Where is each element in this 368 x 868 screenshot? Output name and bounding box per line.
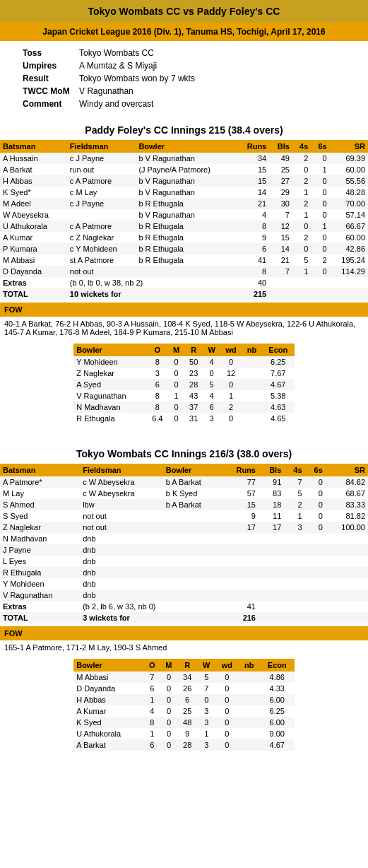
- toss-value: Tokyo Wombats CC: [75, 47, 350, 59]
- extras-row: Extras(b 2, lb 6, w 33, nb 0)41: [0, 601, 368, 612]
- title-bar: Tokyo Wombats CC vs Paddy Foley's CC: [0, 0, 368, 23]
- table-row: J Paynednb: [0, 544, 368, 556]
- col2-bowler: Bowler: [163, 464, 222, 476]
- comment-value: Windy and overcast: [75, 98, 350, 110]
- col-sr: SR: [330, 140, 368, 153]
- mom-label: TWCC MoM: [18, 85, 75, 98]
- col2-batsman: Batsman: [0, 464, 80, 476]
- table-row: K Syed*c M Layb V Ragunathan14291048.28: [0, 187, 368, 198]
- bowl-col-econ: Econ: [262, 344, 295, 356]
- bowling2-header: Bowler O M R W wd nb Econ: [73, 659, 295, 671]
- table-row: M Adeelc J Payneb R Ethugala21302070.00: [0, 198, 368, 209]
- table-row: R Ethugala6.4031304.65: [73, 413, 295, 424]
- comment-label: Comment: [18, 98, 75, 110]
- bowl2-col-o: O: [144, 659, 160, 671]
- bowl-col-nb: nb: [242, 344, 261, 356]
- table-row: S Ahmedlbwb A Barkat15182083.33: [0, 499, 368, 510]
- bowling1-header: Bowler O M R W wd nb Econ: [73, 344, 295, 356]
- total-row: TOTAL3 wickets for216: [0, 612, 368, 623]
- toss-label: Toss: [18, 47, 75, 59]
- col2-4s: 4s: [284, 464, 304, 476]
- table-row: D Dayandanot out8710114.29: [0, 266, 368, 277]
- match-title: Tokyo Wombats CC vs Paddy Foley's CC: [88, 6, 280, 17]
- col2-sr: SR: [326, 464, 368, 476]
- bowl2-col-nb: nb: [239, 659, 260, 671]
- innings2-header: Batsman Fieldsman Bowler Runs Bls 4s 6s …: [0, 464, 368, 476]
- bowl2-col-m: M: [160, 659, 177, 671]
- table-row: A Patmore*c W Abeysekrab A Barkat7791708…: [0, 476, 368, 488]
- innings1-fow-header: FOW: [0, 303, 368, 317]
- table-row: M Abbasi7034504.86: [73, 671, 295, 683]
- col-batsman: Batsman: [0, 140, 67, 153]
- table-row: A Hussainc J Payneb V Ragunathan34492069…: [0, 153, 368, 164]
- bowl-col-r: R: [184, 344, 203, 356]
- table-row: L Eyesdnb: [0, 556, 368, 567]
- col-fieldsman: Fieldsman: [67, 140, 136, 153]
- innings1-title: Paddy Foley's CC Innings 215 (38.4 overs…: [0, 116, 368, 140]
- match-info: Toss Tokyo Wombats CC Umpires A Mumtaz &…: [18, 47, 350, 110]
- table-row: N Madhavandnb: [0, 533, 368, 544]
- table-row: R Ethugaladnb: [0, 567, 368, 578]
- match-subtitle: Japan Cricket League 2016 (Div. 1), Tanu…: [42, 27, 325, 37]
- col2-fieldsman: Fieldsman: [80, 464, 163, 476]
- col-6s: 6s: [311, 140, 329, 153]
- innings1-bowling: Bowler O M R W wd nb Econ Y Mohideen8050…: [73, 344, 295, 424]
- table-row: A Barkatrun out(J Payne/A Patmore)152501…: [0, 164, 368, 175]
- innings1-scorecard: Batsman Fieldsman Bowler Runs Bls 4s 6s …: [0, 140, 368, 300]
- table-row: U Athukoralac A Patmoreb R Ethugala81201…: [0, 221, 368, 232]
- table-row: W Abeysekrab V Ragunathan471057.14: [0, 209, 368, 221]
- table-row: U Athukorala109109.00: [73, 728, 295, 739]
- bowl2-col-r: R: [177, 659, 197, 671]
- table-row: H Abbas106006.00: [73, 694, 295, 705]
- innings1-fow-text: 40-1 A Barkat, 76-2 H Abbas, 90-3 A Huss…: [0, 317, 368, 339]
- innings2-scorecard: Batsman Fieldsman Bowler Runs Bls 4s 6s …: [0, 464, 368, 623]
- table-row: Y Mohideen8050406.25: [73, 356, 295, 368]
- col2-runs: Runs: [222, 464, 259, 476]
- innings2-bowling: Bowler O M R W wd nb Econ M Abbasi703450…: [73, 659, 295, 751]
- bowl2-col-wd: wd: [215, 659, 239, 671]
- info-mom: TWCC MoM V Ragunathan: [18, 85, 350, 98]
- table-row: M Layc W Abeysekrab K Syed57835068.67: [0, 488, 368, 499]
- table-row: A Syed6028504.67: [73, 379, 295, 390]
- info-umpires: Umpires A Mumtaz & S Miyaji: [18, 59, 350, 72]
- table-row: A Kumar4025306.25: [73, 705, 295, 717]
- col-bowler: Bowler: [136, 140, 237, 153]
- innings2-title: Tokyo Wombats CC Innings 216/3 (38.0 ove…: [0, 440, 368, 464]
- table-row: P Kumarac Y Mohideenb R Ethugala6140042.…: [0, 243, 368, 254]
- table-row: A Barkat6028304.67: [73, 739, 295, 751]
- table-row: Z Naglekar30230127.67: [73, 368, 295, 379]
- total-row: TOTAL10 wickets for215: [0, 288, 368, 300]
- info-comment: Comment Windy and overcast: [18, 98, 350, 110]
- table-row: H Abbasc A Patmoreb V Ragunathan15272055…: [0, 175, 368, 187]
- umpires-label: Umpires: [18, 59, 75, 72]
- bowl-col-m: M: [168, 344, 184, 356]
- bowl2-col-name: Bowler: [73, 659, 144, 671]
- info-toss: Toss Tokyo Wombats CC: [18, 47, 350, 59]
- mom-value: V Ragunathan: [75, 85, 350, 98]
- table-row: V Ragunathandnb: [0, 590, 368, 601]
- subtitle-bar: Japan Cricket League 2016 (Div. 1), Tanu…: [0, 23, 368, 41]
- col2-bls: Bls: [259, 464, 284, 476]
- umpires-value: A Mumtaz & S Miyaji: [75, 59, 350, 72]
- bowl-col-name: Bowler: [73, 344, 146, 356]
- col-bls: Bls: [269, 140, 292, 153]
- bowl2-col-econ: Econ: [260, 659, 295, 671]
- extras-row: Extras(b 0, lb 0, w 38, nb 2)40: [0, 277, 368, 288]
- bowl2-col-w: W: [197, 659, 215, 671]
- info-result: Result Tokyo Wombats won by 7 wkts: [18, 72, 350, 85]
- bowl-col-wd: wd: [220, 344, 242, 356]
- innings1-header: Batsman Fieldsman Bowler Runs Bls 4s 6s …: [0, 140, 368, 153]
- result-label: Result: [18, 72, 75, 85]
- innings2-fow-text: 165-1 A Patmore, 171-2 M Lay, 190-3 S Ah…: [0, 640, 368, 655]
- col-4s: 4s: [292, 140, 311, 153]
- result-value: Tokyo Wombats won by 7 wkts: [75, 72, 350, 85]
- table-row: K Syed8048306.00: [73, 717, 295, 728]
- table-row: V Ragunathan8143415.38: [73, 390, 295, 401]
- table-row: N Madhavan8037624.63: [73, 401, 295, 413]
- table-row: Z Naglekarnot out171730100.00: [0, 522, 368, 533]
- table-row: S Syednot out9111081.82: [0, 510, 368, 522]
- table-row: D Dayanda6026704.33: [73, 683, 295, 694]
- table-row: M Abbasist A Patmoreb R Ethugala41215219…: [0, 254, 368, 266]
- col-runs: Runs: [237, 140, 269, 153]
- table-row: Y Mohideendnb: [0, 578, 368, 590]
